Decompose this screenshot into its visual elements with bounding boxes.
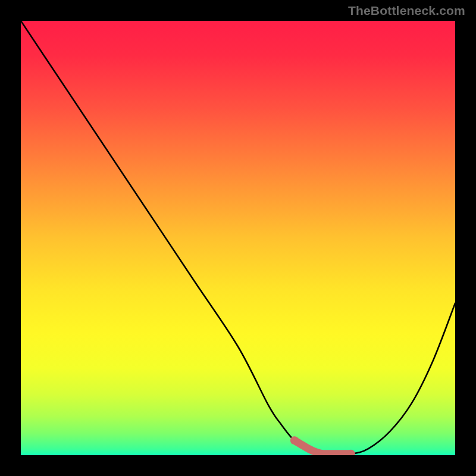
- bottleneck-curve: [21, 21, 455, 455]
- curve-layer: [21, 21, 455, 455]
- attribution-text: TheBottleneck.com: [348, 4, 465, 18]
- highlight-segment: [295, 440, 351, 454]
- highlight-start-dot: [290, 436, 299, 444]
- plot-area: [21, 21, 455, 455]
- chart-frame: TheBottleneck.com: [0, 0, 476, 476]
